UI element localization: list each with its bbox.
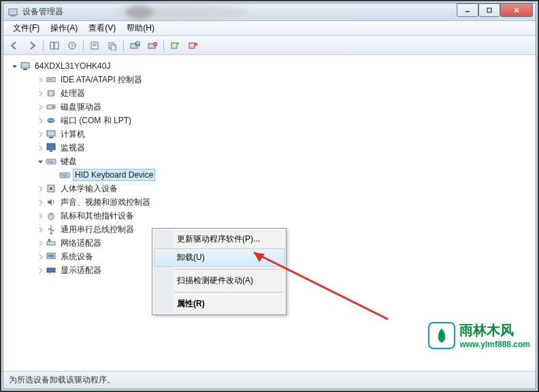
tree-item-label: 端口 (COM 和 LPT) — [59, 114, 133, 127]
disable-button[interactable] — [184, 38, 201, 53]
svg-rect-14 — [111, 45, 116, 50]
svg-rect-26 — [23, 69, 27, 70]
tree-item-label: 人体学输入设备 — [59, 182, 119, 195]
tree-item[interactable]: 人体学输入设备 — [18, 182, 533, 195]
svg-rect-52 — [63, 174, 65, 175]
keyboard-icon — [46, 156, 56, 167]
collapse-icon[interactable] — [36, 157, 44, 165]
statusbar-text: 为所选设备卸载该驱动程序。 — [9, 374, 115, 386]
minimize-button[interactable] — [457, 3, 478, 17]
enable-button[interactable] — [167, 38, 183, 53]
svg-rect-54 — [62, 176, 67, 176]
svg-rect-49 — [48, 162, 54, 163]
menu-action[interactable]: 操作(A) — [45, 21, 83, 35]
context-separator — [174, 269, 283, 270]
tree-item[interactable]: 声音、视频和游戏控制器 — [18, 195, 533, 209]
tree-root[interactable]: 64XDXL31YOHK40J — [6, 59, 533, 73]
monitor-icon — [46, 142, 56, 153]
tree-item[interactable]: 监视器 — [18, 141, 533, 154]
svg-rect-25 — [21, 63, 29, 68]
expand-icon[interactable] — [36, 184, 44, 193]
svg-point-38 — [48, 120, 50, 121]
tree-item-label: 监视器 — [59, 142, 86, 154]
help-button[interactable]: ? — [64, 38, 80, 53]
properties-button[interactable] — [86, 38, 103, 53]
svg-rect-53 — [65, 174, 67, 175]
tree-item[interactable]: IDE ATA/ATAPI 控制器 — [18, 73, 533, 86]
tree-item[interactable]: 鼠标和其他指针设备 — [18, 209, 533, 223]
titlebar: 设备管理器 — [3, 3, 536, 21]
svg-point-29 — [50, 79, 52, 80]
svg-point-28 — [48, 79, 50, 80]
svg-rect-41 — [47, 131, 55, 136]
computer-icon — [46, 129, 56, 140]
scan-hardware-button[interactable] — [127, 38, 143, 53]
toolbar-separator — [163, 39, 164, 52]
toolbar-separator — [123, 39, 124, 52]
expand-icon[interactable] — [36, 89, 44, 97]
ctx-update-driver[interactable]: 更新驱动程序软件(P)... — [154, 230, 284, 248]
ctx-scan-hardware[interactable]: 扫描检测硬件改动(A) — [154, 272, 284, 290]
maximize-button[interactable] — [478, 3, 500, 17]
tree-item-label: 处理器 — [59, 87, 86, 100]
menu-view[interactable]: 查看(V) — [83, 21, 121, 35]
update-driver-button[interactable] — [104, 38, 120, 53]
tree-item-keyboard[interactable]: 键盘 — [18, 154, 533, 168]
svg-rect-7 — [54, 42, 59, 49]
svg-rect-0 — [9, 9, 17, 15]
tree-item-label: IDE ATA/ATAPI 控制器 — [59, 74, 144, 86]
network-icon — [46, 238, 56, 248]
tree-item: 磁盘驱动器 — [18, 100, 533, 114]
menubar: 文件(F) 操作(A) 查看(V) 帮助(H) — [3, 21, 536, 36]
svg-rect-3 — [487, 8, 491, 12]
usb-icon — [46, 224, 56, 235]
collapse-icon[interactable] — [10, 62, 18, 70]
blurred-bg — [126, 5, 153, 19]
tree-item-label: 网络适配器 — [59, 237, 103, 250]
watermark-text: 雨林木风 — [459, 321, 530, 340]
back-button[interactable] — [6, 38, 22, 53]
tree-item[interactable]: 端口 (COM 和 LPT) — [18, 114, 533, 127]
svg-rect-51 — [61, 174, 63, 175]
system-icon — [46, 251, 56, 262]
expand-icon[interactable] — [36, 225, 44, 233]
svg-rect-65 — [48, 255, 54, 257]
svg-rect-67 — [48, 272, 50, 274]
expand-icon[interactable] — [36, 239, 44, 247]
ctx-properties[interactable]: 属性(R) — [154, 295, 284, 313]
uninstall-button[interactable] — [144, 38, 161, 53]
svg-rect-62 — [47, 242, 55, 245]
watermark-logo-icon — [428, 322, 455, 349]
expand-icon[interactable] — [36, 212, 44, 220]
watermark: 雨林木风 www.ylmf888.com — [428, 321, 530, 349]
tree-item-label: 显示适配器 — [59, 264, 103, 277]
svg-rect-66 — [47, 268, 55, 272]
hid-icon — [46, 183, 56, 194]
window-controls — [457, 3, 533, 17]
disk-icon — [46, 101, 56, 112]
expand-icon[interactable] — [36, 76, 44, 84]
expand-icon[interactable] — [36, 130, 44, 138]
menu-help[interactable]: 帮助(H) — [121, 21, 160, 35]
show-hide-tree-button[interactable] — [46, 38, 63, 53]
expand-icon[interactable] — [36, 116, 44, 125]
expand-icon[interactable] — [36, 252, 44, 261]
svg-rect-47 — [50, 161, 51, 161]
tree-item-label: 磁盘驱动器 — [59, 101, 103, 114]
forward-button[interactable] — [24, 38, 40, 53]
ctx-uninstall[interactable]: 卸载(U) — [154, 248, 284, 267]
expand-icon[interactable] — [36, 198, 44, 206]
tree-item-hid-keyboard[interactable]: HID Keyboard Device — [18, 168, 533, 182]
tree-item[interactable]: 处理器 — [18, 86, 533, 100]
device-manager-window: 设备管理器 文件(F) 操作(A) 查看(V) 帮助(H) ? — [3, 3, 536, 389]
svg-rect-46 — [48, 161, 49, 161]
expand-icon[interactable] — [36, 144, 44, 152]
expand-icon[interactable] — [36, 266, 44, 274]
keyboard-icon — [59, 169, 70, 180]
menu-file[interactable]: 文件(F) — [7, 21, 45, 35]
tree-item-label: 鼠标和其他指针设备 — [59, 210, 135, 223]
close-button[interactable] — [500, 3, 533, 17]
tree-item[interactable]: 计算机 — [18, 127, 533, 141]
port-icon — [46, 115, 56, 126]
expand-icon[interactable] — [36, 103, 44, 111]
